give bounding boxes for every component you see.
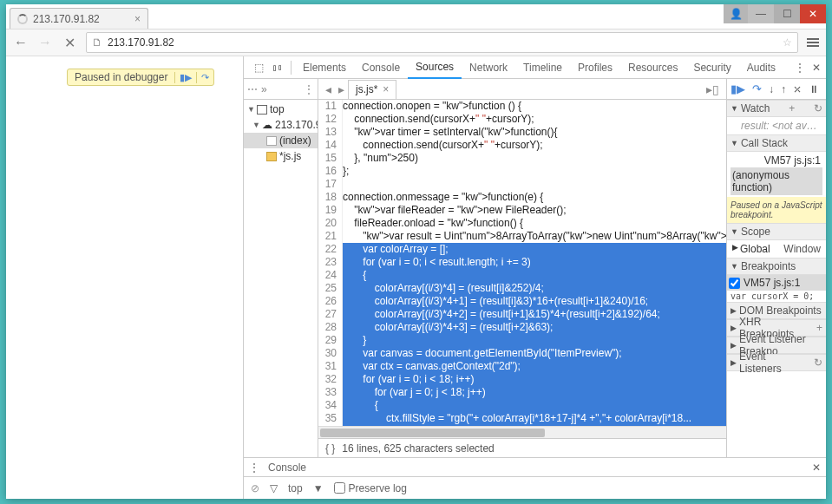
console-drawer: ⊘ ▽ top ▼ Preserve log [244, 476, 826, 499]
add-xhr-bp-icon[interactable]: + [813, 322, 822, 334]
breakpoint-checkbox[interactable] [729, 278, 740, 289]
browser-tab[interactable]: 213.170.91.82 × [10, 8, 148, 29]
selection-status: 16 lines, 625 characters selected [342, 442, 494, 455]
resume-icon[interactable]: ▮▶ [174, 72, 196, 83]
file-nav-prev-icon[interactable]: ◂ [322, 82, 335, 96]
tree-domain[interactable]: 213.170.9 [275, 119, 318, 131]
watch-result: result: <not av… [730, 119, 822, 133]
step-into-icon[interactable]: ↓ [769, 83, 774, 95]
user-icon[interactable]: 👤 [724, 4, 748, 23]
url-text: 213.170.91.82 [108, 36, 777, 49]
tree-file-js[interactable]: *js.js [279, 150, 301, 162]
callstack-frame-anon[interactable]: (anonymous function) [730, 167, 822, 195]
pretty-print-icon[interactable]: { } [325, 442, 335, 455]
frame-icon [257, 105, 267, 115]
tab-network[interactable]: Network [462, 56, 515, 79]
file-nav-next-icon[interactable]: ▸ [335, 82, 348, 96]
refresh-listeners-icon[interactable]: ↻ [810, 357, 822, 369]
document-icon [266, 136, 277, 146]
tab-timeline[interactable]: Timeline [515, 56, 570, 79]
add-watch-icon[interactable]: + [785, 102, 795, 115]
file-tab-label: js.js* [356, 83, 377, 95]
editor-status-bar: { } 16 lines, 625 characters selected [318, 438, 726, 457]
tree-top[interactable]: top [270, 103, 285, 115]
tab-resources[interactable]: Resources [620, 56, 685, 79]
file-tree[interactable]: ▼top ▼☁213.170.9 (index) *js.js [244, 100, 318, 457]
close-file-tab-icon[interactable]: × [383, 83, 389, 95]
filter-icon[interactable]: ▽ [270, 482, 278, 494]
scope-global[interactable]: ▶GlobalWindow [730, 242, 822, 256]
deactivate-bp-icon[interactable]: ⤫ [793, 83, 802, 95]
devtools-tabs: ⬚ ⫾▯ Elements Console Sources Network Ti… [244, 56, 826, 79]
devtools-panel: ⬚ ⫾▯ Elements Console Sources Network Ti… [244, 56, 826, 499]
callstack-frame-loc[interactable]: VM57 js.js:1 [730, 154, 822, 167]
breakpoint-row[interactable]: VM57 js.js:1 [727, 275, 826, 291]
paused-in-debugger-overlay: Paused in debugger ▮▶ ↷ [67, 69, 214, 86]
step-over-icon[interactable]: ↷ [196, 72, 213, 83]
drawer-tab-console[interactable]: Console [268, 461, 306, 474]
device-toggle-icon[interactable]: ⫾▯ [268, 62, 287, 74]
context-dropdown-icon[interactable]: ▼ [313, 482, 324, 494]
site-info-icon[interactable]: 🗋 [92, 36, 102, 49]
step-over-button-icon[interactable]: ↷ [752, 82, 762, 95]
forward-button[interactable]: → [37, 35, 53, 50]
tab-sources[interactable]: Sources [408, 56, 462, 79]
maximize-button[interactable]: ☐ [774, 4, 800, 23]
devtools-body: ⋯ » ⋮ ▼top ▼☁213.170.9 (index) *js.js ◂ … [244, 79, 826, 457]
resume-button-icon[interactable]: ▮▶ [730, 82, 745, 95]
tab-security[interactable]: Security [685, 56, 738, 79]
drawer-tabs: ⋮ Console ✕ [244, 457, 826, 476]
minimize-button[interactable]: — [748, 4, 774, 23]
main-menu-icon[interactable] [807, 38, 819, 47]
chrome-window: 213.170.91.82 × 👤 — ☐ ✕ ← → ✕ 🗋 213.170.… [6, 4, 826, 499]
drawer-options-icon[interactable]: ⋮ [249, 461, 259, 474]
devtools-close-icon[interactable]: ✕ [812, 62, 821, 74]
navigator-options-icon[interactable]: ⋮ [304, 83, 314, 95]
file-nav-list-icon[interactable]: ▸▯ [703, 82, 723, 96]
inspect-icon[interactable]: ⬚ [249, 62, 268, 74]
preserve-log-checkbox[interactable] [334, 482, 345, 494]
file-tabs: ◂ ▸ js.js* × ▸▯ [318, 79, 726, 100]
debugger-sidebar: ▮▶ ↷ ↓ ↑ ⤫ ⏸ ▼Watch+↻ result: <not av… ▼… [727, 79, 826, 457]
back-button[interactable]: ← [13, 35, 29, 50]
preserve-log-label[interactable]: Preserve log [334, 482, 407, 494]
pause-on-ex-icon[interactable]: ⏸ [809, 83, 819, 95]
tab-title: 213.170.91.82 [33, 13, 129, 25]
cloud-icon: ☁ [262, 119, 272, 131]
breakpoint-code: var cursorX = 0; [727, 291, 826, 302]
refresh-watch-icon[interactable]: ↻ [810, 102, 822, 115]
clear-console-icon[interactable]: ⊘ [251, 482, 259, 494]
tab-strip: 213.170.91.82 × [6, 4, 148, 29]
callstack-header[interactable]: ▼Call Stack [727, 134, 826, 152]
tab-audits[interactable]: Audits [739, 56, 783, 79]
scope-header[interactable]: ▼Scope [727, 223, 826, 240]
close-tab-icon[interactable]: × [134, 13, 141, 25]
devtools-more-icon[interactable]: ⋮ [795, 62, 805, 74]
file-tab-jsjs[interactable]: js.js* × [348, 80, 396, 99]
step-out-icon[interactable]: ↑ [781, 83, 786, 95]
browser-toolbar: ← → ✕ 🗋 213.170.91.82 ☆ [6, 29, 826, 56]
code-content[interactable]: connection.onopen = "kw">function () { c… [343, 100, 726, 426]
tab-elements[interactable]: Elements [295, 56, 354, 79]
event-listeners-header[interactable]: ▶Event Listeners↻ [727, 354, 826, 371]
breakpoints-header[interactable]: ▼Breakpoints [727, 258, 826, 275]
tab-console[interactable]: Console [354, 56, 408, 79]
tree-file-index[interactable]: (index) [279, 134, 311, 147]
navigator-more-icon[interactable]: » [261, 83, 267, 95]
stop-button[interactable]: ✕ [62, 35, 77, 51]
bookmark-icon[interactable]: ☆ [783, 36, 792, 49]
close-drawer-icon[interactable]: ✕ [812, 461, 821, 474]
paused-reason: Paused on a JavaScript breakpoint. [727, 197, 826, 223]
scrollbar-thumb[interactable] [320, 429, 545, 437]
console-context[interactable]: top [288, 482, 303, 494]
watch-header[interactable]: ▼Watch+↻ [727, 100, 826, 117]
debugger-toolbar: ▮▶ ↷ ↓ ↑ ⤫ ⏸ [727, 79, 826, 100]
close-window-button[interactable]: ✕ [800, 4, 826, 23]
url-bar[interactable]: 🗋 213.170.91.82 ☆ [86, 32, 798, 53]
code-editor[interactable]: 1112131415161718192021222324252627282930… [318, 100, 726, 426]
navigator-menu-icon[interactable]: ⋯ [247, 83, 258, 95]
horizontal-scrollbar[interactable] [318, 426, 726, 438]
loading-spinner-icon [17, 14, 28, 24]
tab-profiles[interactable]: Profiles [570, 56, 620, 79]
line-gutter: 1112131415161718192021222324252627282930… [318, 100, 343, 426]
